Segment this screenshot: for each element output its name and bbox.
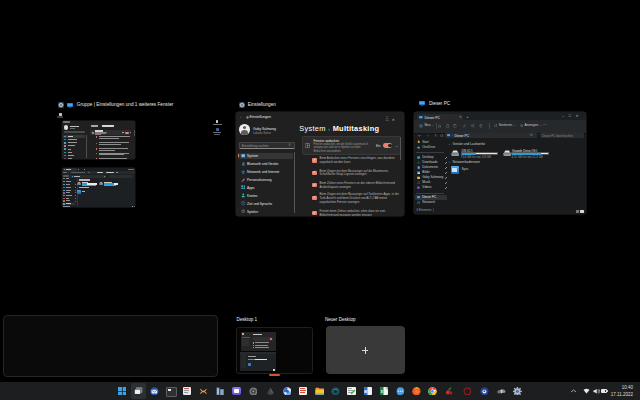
svg-text:W: W — [364, 389, 368, 394]
svg-text:X: X — [381, 389, 384, 394]
